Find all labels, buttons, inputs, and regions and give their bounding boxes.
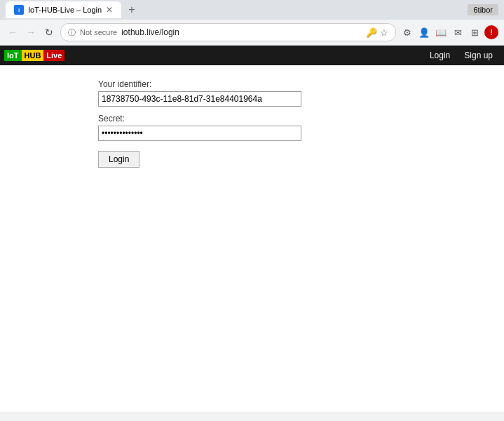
key-icon: 🔑 — [366, 27, 377, 38]
url-text: iothub.live/login — [121, 27, 362, 37]
back-button[interactable]: ← — [6, 25, 20, 39]
secret-input[interactable] — [98, 126, 301, 141]
login-form: Your identifier: Secret: Login — [98, 79, 504, 168]
brand-hub: HUB — [22, 50, 44, 61]
main-content: Your identifier: Secret: Login — [0, 65, 504, 367]
new-tab-button[interactable]: + — [124, 4, 139, 16]
tab-close-button[interactable]: ✕ — [106, 5, 113, 15]
window-controls: 6tibor — [468, 4, 498, 15]
browser-tab[interactable]: i IoT-HUB-Live – Login ✕ — [6, 1, 121, 18]
brand-logo: IoT HUB Live — [4, 50, 64, 61]
security-icon: ⓘ — [68, 27, 76, 38]
extensions-icon[interactable]: ⚙ — [400, 25, 414, 39]
secret-label: Secret: — [98, 114, 504, 123]
toolbar-icons: ⚙ 👤 📖 ✉ ⊞ ! — [400, 25, 498, 39]
brand-live: Live — [43, 50, 64, 61]
account-icon[interactable]: 👤 — [417, 25, 431, 39]
address-bar-input[interactable]: ⓘ Not secure iothub.live/login 🔑 ☆ — [60, 23, 396, 41]
alert-icon[interactable]: ! — [484, 25, 498, 39]
app-navbar: IoT HUB Live Login Sign up — [0, 46, 504, 65]
tab-favicon: i — [14, 5, 24, 15]
nav-login-button[interactable]: Login — [423, 48, 457, 62]
mail-icon[interactable]: ✉ — [451, 25, 465, 39]
brand-iot: IoT — [4, 50, 22, 61]
forward-button[interactable]: → — [24, 25, 38, 39]
not-secure-label: Not secure — [80, 28, 117, 36]
login-button[interactable]: Login — [98, 151, 139, 168]
tab-title: IoT-HUB-Live – Login — [28, 6, 102, 14]
identifier-label: Your identifier: — [98, 79, 504, 89]
nav-signup-button[interactable]: Sign up — [457, 48, 500, 62]
reload-button[interactable]: ↻ — [42, 25, 56, 39]
identifier-input[interactable] — [98, 91, 301, 107]
apps-icon[interactable]: ⊞ — [468, 25, 482, 39]
bookmark-icon[interactable]: 📖 — [434, 25, 448, 39]
title-bar: i IoT-HUB-Live – Login ✕ + 6tibor — [0, 0, 504, 20]
address-bar: ← → ↻ ⓘ Not secure iothub.live/login 🔑 ☆… — [0, 20, 504, 45]
scrollbar[interactable] — [0, 413, 504, 421]
star-icon[interactable]: ☆ — [380, 27, 388, 38]
